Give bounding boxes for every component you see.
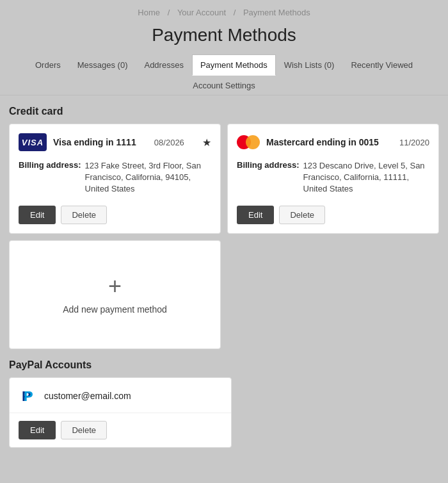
breadcrumb-sep2: /	[234, 8, 236, 17]
page-wrapper: Home / Your Account / Payment Methods Pa…	[0, 0, 448, 461]
mastercard-edit-button[interactable]: Edit	[237, 206, 274, 224]
mastercard-logo	[237, 133, 260, 151]
mastercard-expiry: 11/2020	[399, 138, 429, 147]
visa-card-header-left: VISA Visa ending in 1111	[19, 133, 136, 151]
paypal-section: PayPal Accounts P P customer@email.com E…	[9, 359, 439, 448]
nav-tabs: Orders Messages (0) Addresses Payment Me…	[0, 54, 448, 95]
empty-grid-cell	[227, 240, 439, 349]
svg-text:P: P	[24, 388, 33, 404]
mastercard-card: Mastercard ending in 0015 11/2020 Billin…	[227, 124, 439, 234]
paypal-account-row: P P customer@email.com	[10, 378, 231, 413]
breadcrumb-account[interactable]: Your Account	[177, 8, 226, 17]
visa-delete-button[interactable]: Delete	[61, 206, 107, 224]
add-label: Add new payment method	[63, 304, 167, 315]
visa-logo-text: VISA	[22, 138, 44, 147]
main-content: Credit card VISA Visa ending in 1111 08/…	[0, 106, 448, 461]
breadcrumb-home[interactable]: Home	[138, 8, 160, 17]
visa-card-expiry: 08/2026	[154, 138, 184, 147]
paypal-section-title: PayPal Accounts	[9, 359, 439, 371]
tab-wish-lists[interactable]: Wish Lists (0)	[276, 54, 343, 76]
tab-recently-viewed[interactable]: Recently Viewed	[342, 54, 421, 76]
mastercard-delete-button[interactable]: Delete	[279, 206, 325, 224]
breadcrumb-current: Payment Methods	[243, 8, 310, 17]
tab-payment-methods[interactable]: Payment Methods	[192, 54, 276, 76]
star-icon: ★	[202, 136, 211, 149]
tab-addresses[interactable]: Addresses	[136, 54, 191, 76]
paypal-actions: Edit Delete	[10, 413, 231, 447]
tab-account-settings[interactable]: Account Settings	[184, 75, 264, 95]
visa-billing-row: Billing address: 123 Fake Street, 3rd Fl…	[19, 160, 211, 195]
mastercard-card-header-left: Mastercard ending in 0015	[237, 133, 379, 151]
page-title: Payment Methods	[0, 25, 448, 45]
visa-card: VISA Visa ending in 1111 08/2026 ★ Billi…	[9, 124, 221, 234]
breadcrumb: Home / Your Account / Payment Methods	[0, 0, 448, 21]
visa-billing-label: Billing address:	[19, 160, 81, 195]
paypal-box: P P customer@email.com Edit Delete	[9, 377, 232, 448]
mastercard-billing-row: Billing address: 123 Descano Drive, Leve…	[237, 160, 429, 195]
cards-grid: VISA Visa ending in 1111 08/2026 ★ Billi…	[9, 124, 439, 234]
add-card-row: + Add new payment method	[9, 240, 439, 349]
visa-card-actions: Edit Delete	[19, 206, 211, 224]
mastercard-billing-label: Billing address:	[237, 160, 300, 195]
tab-messages[interactable]: Messages (0)	[69, 54, 136, 76]
mastercard-billing-value: 123 Descano Drive, Level 5, San Francisc…	[303, 160, 429, 195]
visa-card-name: Visa ending in 1111	[53, 137, 136, 147]
mastercard-card-actions: Edit Delete	[237, 206, 429, 224]
paypal-logo-icon: P P	[19, 387, 36, 405]
paypal-email: customer@email.com	[44, 391, 131, 401]
mastercard-name: Mastercard ending in 0015	[266, 137, 379, 147]
breadcrumb-sep1: /	[168, 8, 170, 17]
add-plus-icon: +	[108, 275, 122, 298]
paypal-edit-button[interactable]: Edit	[19, 421, 56, 439]
visa-billing-value: 123 Fake Street, 3rd Floor, San Francisc…	[85, 160, 211, 195]
paypal-delete-button[interactable]: Delete	[61, 421, 107, 439]
visa-edit-button[interactable]: Edit	[19, 206, 56, 224]
visa-card-header: VISA Visa ending in 1111 08/2026 ★	[19, 133, 211, 151]
mc-circle-right	[246, 135, 260, 149]
mastercard-card-header: Mastercard ending in 0015 11/2020	[237, 133, 429, 151]
tab-orders[interactable]: Orders	[27, 54, 69, 76]
credit-card-section-title: Credit card	[9, 106, 439, 117]
visa-logo: VISA	[19, 133, 47, 151]
add-payment-method-box[interactable]: + Add new payment method	[9, 240, 221, 349]
